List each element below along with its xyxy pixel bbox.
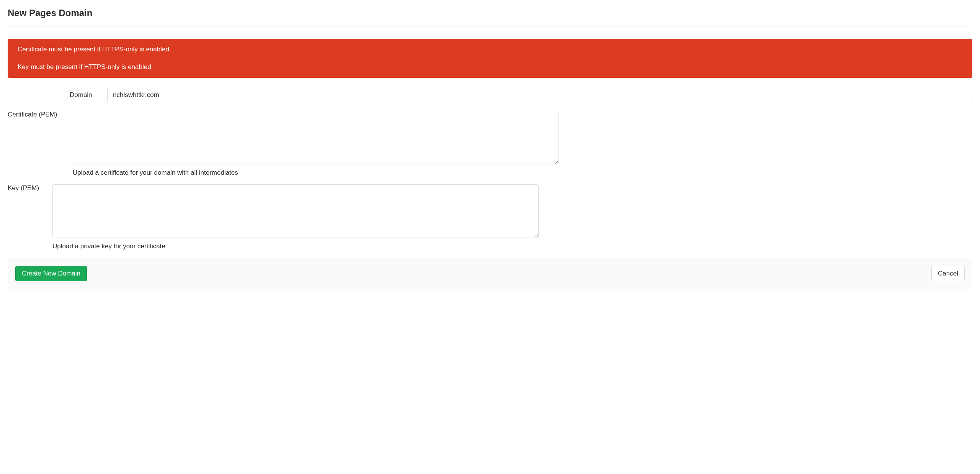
domain-form-group: Domain [8,87,972,103]
error-message-1: Certificate must be present if HTTPS-onl… [18,45,962,54]
cancel-button[interactable]: Cancel [931,266,965,281]
key-textarea[interactable] [52,184,539,238]
domain-label: Domain [8,91,107,99]
certificate-textarea[interactable] [73,111,559,164]
key-label: Key (PEM) [8,184,52,192]
certificate-label: Certificate (PEM) [8,111,73,118]
page-title: New Pages Domain [8,8,972,18]
certificate-help-text: Upload a certificate for your domain wit… [73,169,559,177]
error-message-2: Key must be present if HTTPS-only is ena… [18,62,962,72]
create-domain-button[interactable]: Create New Domain [15,266,87,281]
certificate-form-group: Certificate (PEM) Upload a certificate f… [8,111,972,177]
key-help-text: Upload a private key for your certificat… [52,243,539,250]
domain-input[interactable] [107,87,972,103]
key-form-group: Key (PEM) Upload a private key for your … [8,184,972,250]
divider [8,26,972,26]
error-alert: Certificate must be present if HTTPS-onl… [8,39,972,78]
form-footer: Create New Domain Cancel [8,258,972,289]
